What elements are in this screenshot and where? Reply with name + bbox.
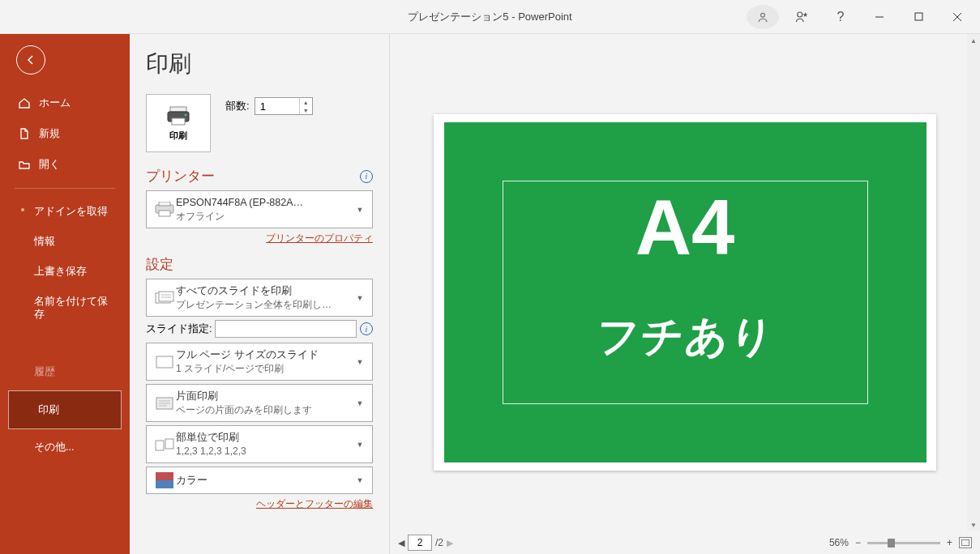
sidebar-label-print: 印刷 [38, 403, 59, 417]
sidebar-item-print[interactable]: 印刷 [8, 390, 122, 429]
svg-point-0 [761, 13, 765, 17]
svg-rect-6 [170, 107, 186, 112]
layout-sub: 1 スライド/ページで印刷 [176, 362, 354, 375]
sidebar-label-saveas: 名前を付けて保存 [34, 295, 112, 322]
preview-scrollbar[interactable]: ▲ ▼ [967, 34, 980, 531]
sidebar-item-save[interactable]: 上書き保存 [0, 257, 130, 287]
svg-rect-11 [159, 202, 170, 206]
svg-rect-12 [159, 211, 170, 216]
maximize-button[interactable] [902, 5, 935, 29]
sidebar-label-home: ホーム [39, 96, 71, 110]
print-which-sub: プレゼンテーション全体を印刷し… [176, 298, 354, 311]
title-bar: プレゼンテーション5 - PowerPoint ? [0, 0, 980, 34]
print-button[interactable]: 印刷 [146, 94, 211, 152]
slide-spec-label: スライド指定: [146, 322, 212, 336]
layout-icon [153, 356, 176, 369]
collate-dropdown[interactable]: 部単位で印刷 1,2,3 1,2,3 1,2,3 ▼ [146, 425, 373, 463]
sidebar-label-other: その他... [34, 441, 74, 454]
backstage-sidebar: ホーム 新規 開く アドインを取得 情報 上書き保存 名前を付けて保存 履歴 印… [0, 34, 130, 554]
chevron-down-icon: ▼ [354, 358, 366, 366]
color-icon [153, 472, 176, 488]
back-button[interactable] [16, 45, 45, 75]
slide-text-big: A4 [444, 189, 927, 266]
sidebar-item-saveas[interactable]: 名前を付けて保存 [0, 287, 130, 330]
layout-dropdown[interactable]: フル ページ サイズのスライド 1 スライド/ページで印刷 ▼ [146, 343, 373, 381]
sidebar-item-info[interactable]: 情報 [0, 227, 130, 257]
svg-rect-22 [156, 441, 164, 450]
printer-icon [166, 105, 190, 126]
scroll-down-icon[interactable]: ▼ [967, 518, 980, 531]
header-footer-link[interactable]: ヘッダーとフッターの編集 [146, 497, 373, 511]
page-input[interactable] [408, 535, 432, 551]
zoom-in-button[interactable]: + [947, 537, 952, 548]
scroll-up-icon[interactable]: ▲ [967, 34, 980, 47]
slides-all-icon [153, 291, 176, 305]
collate-icon [153, 438, 176, 451]
account-avatar[interactable] [747, 5, 779, 29]
color-dropdown[interactable]: カラー ▼ [146, 467, 373, 494]
sidebar-item-home[interactable]: ホーム [0, 87, 130, 118]
zoom-out-button[interactable]: − [855, 537, 861, 548]
sidebar-item-new[interactable]: 新規 [0, 118, 130, 149]
sides-sub: ページの片面のみを印刷します [176, 403, 354, 416]
single-side-icon [153, 397, 176, 410]
sidebar-label-history: 履歴 [34, 365, 55, 379]
page-total: /2 [435, 537, 443, 548]
close-button[interactable] [941, 5, 974, 29]
svg-point-1 [798, 12, 802, 17]
section-settings-heading: 設定 [146, 255, 173, 274]
info-icon[interactable]: i [360, 170, 373, 183]
svg-rect-14 [159, 292, 173, 301]
print-preview: A4 フチあり ▲ ▼ ◀ /2 ▶ 56% − [389, 34, 980, 554]
prev-page-button[interactable]: ◀ [398, 538, 404, 548]
svg-rect-8 [172, 118, 185, 125]
next-page-button[interactable]: ▶ [447, 538, 453, 548]
spinner-up[interactable]: ▲ [300, 98, 312, 106]
sidebar-label-new: 新規 [39, 126, 60, 141]
sidebar-label-save: 上書き保存 [34, 265, 87, 279]
sides-title: 片面印刷 [176, 390, 354, 403]
collate-title: 部単位で印刷 [176, 431, 354, 445]
sidebar-label-addins: アドインを取得 [34, 205, 108, 219]
help-button[interactable]: ? [824, 5, 857, 29]
color-title: カラー [176, 474, 354, 488]
chevron-down-icon: ▼ [354, 206, 366, 214]
spinner-down[interactable]: ▼ [300, 106, 312, 114]
fit-to-window-button[interactable] [959, 537, 972, 548]
sidebar-item-history: 履歴 [0, 357, 130, 387]
minimize-button[interactable] [863, 5, 896, 29]
collate-sub: 1,2,3 1,2,3 1,2,3 [176, 445, 354, 458]
svg-rect-23 [165, 439, 173, 449]
preview-page: A4 フチあり [434, 114, 936, 471]
zoom-slider[interactable] [867, 542, 940, 544]
layout-title: フル ページ サイズのスライド [176, 348, 354, 362]
coming-soon-icon[interactable] [785, 5, 818, 29]
printer-name: EPSON744F8A (EP-882A… [176, 196, 354, 210]
info-icon[interactable]: i [360, 322, 373, 335]
chevron-down-icon: ▼ [354, 399, 366, 407]
print-settings-panel: 印刷 印刷 部数: 1 ▲▼ [130, 34, 389, 554]
window-title: プレゼンテーション5 - PowerPoint [408, 10, 571, 24]
svg-rect-17 [156, 356, 173, 368]
chevron-down-icon: ▼ [354, 441, 366, 449]
slide-text-small: フチあり [441, 309, 929, 365]
sidebar-item-open[interactable]: 開く [0, 149, 130, 180]
section-printer-heading: プリンター [146, 167, 215, 185]
printer-device-icon [153, 202, 176, 218]
print-which-dropdown[interactable]: すべてのスライドを印刷 プレゼンテーション全体を印刷し… ▼ [146, 279, 373, 317]
sidebar-label-open: 開く [39, 157, 60, 172]
open-icon [18, 158, 31, 171]
slide-spec-input[interactable] [215, 320, 357, 338]
svg-point-9 [185, 113, 187, 116]
svg-rect-3 [915, 13, 922, 20]
sidebar-item-addins[interactable]: アドインを取得 [0, 197, 130, 227]
printer-properties-link[interactable]: プリンターのプロパティ [146, 232, 373, 245]
sides-dropdown[interactable]: 片面印刷 ページの片面のみを印刷します ▼ [146, 384, 373, 422]
print-which-title: すべてのスライドを印刷 [176, 284, 354, 298]
printer-dropdown[interactable]: EPSON744F8A (EP-882A… オフライン ▼ [146, 190, 373, 228]
zoom-value: 56% [829, 537, 849, 548]
page-heading: 印刷 [146, 49, 373, 79]
sidebar-label-info: 情報 [34, 235, 55, 249]
sidebar-item-other[interactable]: その他... [0, 433, 130, 462]
copies-spinner[interactable]: 1 ▲▼ [255, 97, 313, 115]
